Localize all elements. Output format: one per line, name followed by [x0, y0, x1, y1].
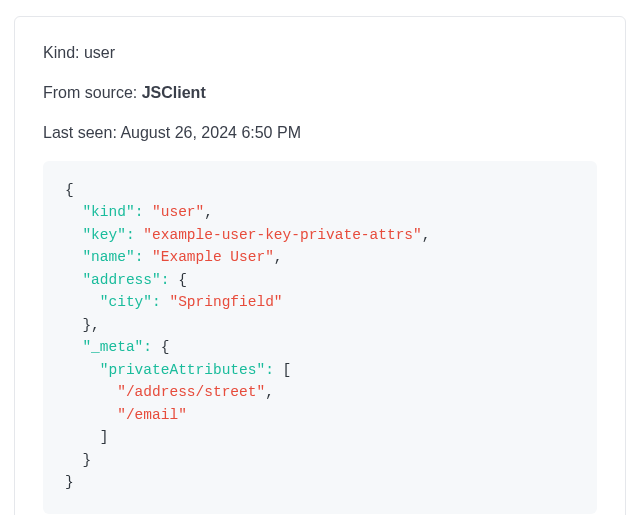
kind-line: Kind: user [43, 41, 597, 65]
last-seen-line: Last seen: August 26, 2024 6:50 PM [43, 121, 597, 145]
source-label: From source: [43, 84, 137, 101]
kind-value: user [84, 44, 115, 61]
source-value: JSClient [142, 84, 206, 101]
json-code-block: { "kind": "user", "key": "example-user-k… [43, 161, 597, 514]
kind-label: Kind: [43, 44, 79, 61]
last-seen-label: Last seen: [43, 124, 117, 141]
source-line: From source: JSClient [43, 81, 597, 105]
context-details-card: Kind: user From source: JSClient Last se… [14, 16, 626, 515]
last-seen-value: August 26, 2024 6:50 PM [120, 124, 301, 141]
